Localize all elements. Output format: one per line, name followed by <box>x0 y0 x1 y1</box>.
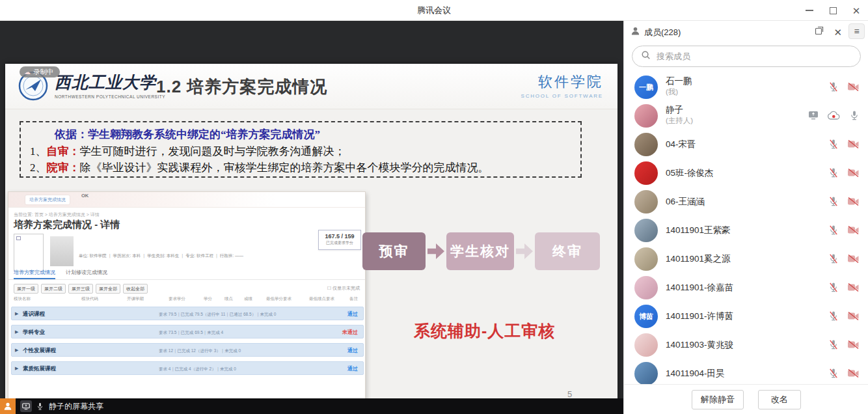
shot-image-placeholder <box>14 234 44 271</box>
member-status-icons <box>828 167 860 181</box>
member-row[interactable]: 04-宋晋 <box>624 130 868 159</box>
camera-off-icon[interactable] <box>847 139 860 152</box>
member-name: 14011901王紫豪 <box>666 225 731 236</box>
shot-table-header: 模块名称模块代码开课学期要求学分学分绩点成绩最低学分要求最低绩点要求备注 <box>8 296 365 304</box>
shared-slide: ☁ 录制中 西北工业大学 NORTHWESTERN POLYTECHNICAL … <box>5 64 617 409</box>
member-name: 石一鹏 <box>666 76 692 87</box>
panel-close-icon[interactable]: ✕ <box>834 27 842 37</box>
module-row: ▶素质拓展课程要求 4｜已完成 4（进行中 2）｜未完成 0通过 <box>11 361 364 375</box>
status-badge: 通过 <box>347 310 358 318</box>
member-row[interactable]: 一鹏石一鹏(我) <box>624 73 868 102</box>
share-status-text: 静子的屏幕共享 <box>49 401 103 412</box>
close-icon[interactable]: ✕ <box>851 5 861 16</box>
slide-title: 1.2 培养方案完成情况 <box>156 76 327 98</box>
student-photo <box>50 236 74 266</box>
mic-muted-icon[interactable] <box>828 196 839 210</box>
expand-buttons: 展开一级展开二级展开三级展开全部收起全部 <box>14 284 148 294</box>
module-name: 素质拓展课程 <box>23 365 56 373</box>
member-name: 14011903-黄兆骏 <box>666 339 733 351</box>
expand-button: 展开一级 <box>14 284 38 294</box>
search-input[interactable] <box>657 51 852 61</box>
credit-label: 已完成要求学分 <box>319 240 360 246</box>
credit-value: 167.5 / 159 <box>319 233 360 240</box>
screen-share-icon <box>20 400 32 412</box>
mic-muted-icon[interactable] <box>828 282 839 296</box>
flow-step: 终审 <box>535 232 600 270</box>
member-name: 04-宋晋 <box>666 139 696 150</box>
search-box[interactable] <box>632 46 861 67</box>
shot-tabstrip: 培养方案完成情况 OK <box>8 192 365 208</box>
expand-arrow-icon: ▶ <box>15 311 18 316</box>
mic-muted-icon[interactable] <box>828 167 839 181</box>
screen-share-stage: ☁ 录制中 西北工业大学 NORTHWESTERN POLYTECHNICAL … <box>0 21 623 414</box>
member-row[interactable]: 14011904-田昊 <box>624 359 868 384</box>
maximize-icon[interactable] <box>828 5 838 16</box>
flow-arrow-icon <box>427 243 444 259</box>
module-name: 个性发展课程 <box>23 347 56 355</box>
unmute-button[interactable]: 解除静音 <box>692 390 744 409</box>
basis-lead: 依据：学生翱翔教务系统中绑定的“培养方案完成情况” <box>30 126 571 143</box>
member-status-icons <box>828 368 860 381</box>
mic-muted-icon[interactable] <box>828 225 839 238</box>
record-cloud-icon: ☁ <box>24 68 31 76</box>
member-row[interactable]: 博茵14011901-许博茵 <box>624 302 868 331</box>
filter-checkbox: 仅显示未完成 <box>327 285 360 292</box>
avatar <box>634 104 658 128</box>
recording-badge: ☁ 录制中 <box>20 66 60 77</box>
popout-icon[interactable] <box>815 26 824 38</box>
expand-button: 展开三级 <box>68 284 93 294</box>
mic-muted-icon[interactable] <box>828 310 839 324</box>
camera-off-icon[interactable] <box>847 311 860 324</box>
member-row[interactable]: 05班-徐俊杰 <box>624 159 868 187</box>
tab-plan-status: 计划修读完成情况 <box>66 269 107 279</box>
member-row[interactable]: 14011903-黄兆骏 <box>624 331 868 359</box>
member-role: (主持人) <box>666 116 693 126</box>
member-row[interactable]: 14011901奚之源 <box>624 245 868 273</box>
table-column-header: 备注 <box>349 296 358 302</box>
window-title: 腾讯会议 <box>0 0 868 21</box>
module-detail: 要求 73.5｜已完成 69.5｜未完成 4 <box>159 330 223 336</box>
status-badge: 通过 <box>347 347 358 354</box>
broken-image-icon <box>16 236 21 240</box>
rename-button[interactable]: 改名 <box>758 390 801 409</box>
mic-muted-icon[interactable] <box>828 253 839 267</box>
minimize-icon[interactable] <box>804 5 815 16</box>
camera-off-icon[interactable] <box>847 283 860 295</box>
share-mic-icon <box>36 402 44 411</box>
member-row[interactable]: 14011901-徐嘉苗 <box>624 273 868 302</box>
camera-off-icon[interactable] <box>847 368 860 381</box>
module-detail: 要求 4｜已完成 4（进行中 2）｜未完成 0 <box>159 366 236 372</box>
camera-off-icon[interactable] <box>847 168 860 180</box>
shot-browser-tab: 培养方案完成情况 <box>25 195 70 204</box>
panel-menu-icon[interactable]: ≡ <box>848 23 865 39</box>
shot-tabs: 培养方案完成情况 计划修读完成情况 <box>14 269 107 279</box>
member-row[interactable]: 静子(主持人) <box>624 102 868 130</box>
member-name: 14011904-田昊 <box>666 368 725 380</box>
school-name-cn: 软件学院 <box>521 72 603 92</box>
table-column-header: 最低绩点要求 <box>309 296 334 302</box>
camera-off-icon[interactable] <box>847 197 860 209</box>
mic-icon[interactable] <box>849 110 860 124</box>
share-status-bar[interactable]: 静子的屏幕共享 <box>0 398 623 414</box>
mic-muted-icon[interactable] <box>828 139 839 152</box>
member-status-icons <box>828 282 860 296</box>
member-row[interactable]: 14011901王紫豪 <box>624 216 868 245</box>
avatar <box>634 362 658 384</box>
slide-header: ☁ 录制中 西北工业大学 NORTHWESTERN POLYTECHNICAL … <box>5 64 617 109</box>
camera-off-icon[interactable] <box>847 340 860 352</box>
mic-muted-icon[interactable] <box>828 368 839 381</box>
member-row[interactable]: 06-王涵涵 <box>624 187 868 216</box>
mic-muted-icon[interactable] <box>828 339 839 353</box>
camera-off-icon[interactable] <box>847 82 860 94</box>
member-name: 06-王涵涵 <box>666 196 705 208</box>
breadcrumb: 当前位置: 首页 > 培养方案完成情况 > 详情 <box>14 212 100 218</box>
member-role: (我) <box>666 87 678 97</box>
shot-table-rows: ▶通识课程要求 79.5｜已完成 79.5（进行中 11｜已通过 68.5）｜未… <box>11 307 364 380</box>
camera-off-icon[interactable] <box>847 225 860 238</box>
camera-off-icon[interactable] <box>847 254 860 266</box>
table-column-header: 绩点 <box>224 296 233 302</box>
avatar <box>634 276 658 299</box>
university-name-en: NORTHWESTERN POLYTECHNICAL UNIVERSITY <box>55 94 165 99</box>
mic-muted-icon[interactable] <box>828 81 839 95</box>
expand-arrow-icon: ▶ <box>15 348 18 353</box>
